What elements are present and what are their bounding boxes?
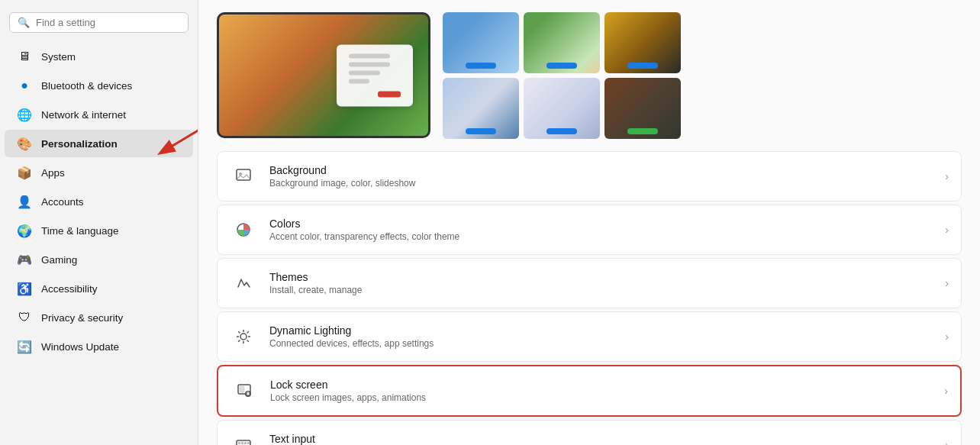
dynamic-lighting-title: Dynamic Lighting: [269, 324, 939, 337]
dynamic-lighting-desc: Connected devices, effects, app settings: [269, 338, 939, 349]
sidebar-item-system[interactable]: 🖥 System: [5, 43, 193, 70]
svg-rect-21: [244, 442, 247, 444]
theme-thumb-4[interactable]: [443, 78, 519, 139]
update-icon: 🔄: [17, 339, 32, 354]
theme-color-bar-2: [546, 63, 577, 69]
search-box[interactable]: 🔍: [9, 12, 189, 33]
time-icon: 🌍: [17, 223, 32, 238]
themes-icon: [230, 269, 257, 297]
svg-line-0: [161, 130, 198, 153]
theme-preview-main[interactable]: [217, 12, 430, 138]
themes-chevron: ›: [945, 277, 949, 289]
system-icon: 🖥: [17, 49, 32, 64]
theme-thumb-1[interactable]: [443, 12, 519, 73]
sidebar-label-accounts: Accounts: [41, 196, 84, 208]
sidebar-item-gaming[interactable]: 🎮 Gaming: [5, 246, 193, 273]
preview-line-2: [349, 62, 390, 66]
background-title: Background: [269, 164, 939, 176]
sidebar-item-network[interactable]: 🌐 Network & internet: [5, 101, 193, 128]
theme-grid: [443, 12, 681, 139]
background-chevron: ›: [945, 170, 949, 182]
sidebar-label-gaming: Gaming: [41, 254, 77, 266]
preview-button: [378, 91, 401, 97]
svg-rect-19: [238, 442, 240, 444]
sidebar-label-time: Time & language: [41, 225, 119, 237]
theme-thumb-3[interactable]: [604, 12, 681, 73]
sidebar-item-apps[interactable]: 📦 Apps: [5, 159, 193, 186]
text-input-text: Text input Touch keyboard, voice typing,…: [269, 433, 939, 445]
svg-line-12: [238, 340, 240, 342]
sidebar-label-bluetooth: Bluetooth & devices: [41, 80, 132, 92]
theme-color-bar-4: [466, 128, 496, 134]
theme-color-bar-3: [627, 63, 658, 69]
sidebar-item-update[interactable]: 🔄 Windows Update: [5, 333, 193, 360]
gaming-icon: 🎮: [17, 252, 32, 267]
network-icon: 🌐: [17, 107, 32, 122]
themes-text: Themes Install, create, manage: [269, 271, 939, 295]
sidebar-item-personalization[interactable]: 🎨 Personalization: [5, 130, 193, 157]
settings-item-lock-screen[interactable]: Lock screen Lock screen images, apps, an…: [217, 365, 962, 417]
search-icon: 🔍: [18, 17, 30, 28]
theme-thumb-5[interactable]: [524, 78, 600, 139]
main-content: Background Background image, color, slid…: [198, 0, 980, 445]
dynamic-lighting-icon: [230, 323, 257, 350]
sidebar-label-accessibility: Accessibility: [41, 283, 98, 295]
settings-item-themes[interactable]: Themes Install, create, manage ›: [217, 258, 962, 308]
text-input-icon: [230, 431, 257, 445]
svg-rect-14: [240, 386, 244, 392]
svg-rect-17: [247, 393, 250, 395]
privacy-icon: 🛡: [17, 310, 32, 325]
preview-lines: [349, 53, 401, 83]
svg-point-4: [240, 334, 247, 340]
preview-dialog-overlay: [337, 44, 413, 106]
sidebar-item-privacy[interactable]: 🛡 Privacy & security: [5, 304, 193, 331]
themes-title: Themes: [269, 271, 939, 283]
background-desc: Background image, color, slideshow: [269, 178, 939, 189]
sidebar-label-network: Network & internet: [41, 109, 126, 121]
colors-icon: [230, 216, 257, 243]
preview-line-4: [349, 79, 369, 83]
search-input[interactable]: [36, 17, 180, 28]
sidebar-item-time[interactable]: 🌍 Time & language: [5, 217, 193, 244]
dynamic-lighting-chevron: ›: [945, 331, 949, 343]
svg-line-11: [247, 331, 249, 333]
colors-desc: Accent color, transparency effects, colo…: [269, 231, 939, 242]
lock-screen-desc: Lock screen images, apps, animations: [270, 392, 938, 403]
preview-line-1: [349, 53, 390, 58]
sidebar-item-accounts[interactable]: 👤 Accounts: [5, 188, 193, 215]
sidebar-label-update: Windows Update: [41, 341, 119, 353]
sidebar: 🔍 🖥 System ● Bluetooth & devices 🌐 Netwo…: [0, 0, 198, 445]
settings-item-dynamic-lighting[interactable]: Dynamic Lighting Connected devices, effe…: [217, 311, 962, 362]
colors-title: Colors: [269, 218, 939, 230]
theme-thumb-2[interactable]: [524, 12, 600, 73]
settings-item-background[interactable]: Background Background image, color, slid…: [217, 151, 962, 202]
lock-screen-icon: [230, 377, 258, 405]
theme-thumb-6[interactable]: [604, 78, 681, 139]
colors-chevron: ›: [945, 224, 949, 236]
accessibility-icon: ♿: [17, 281, 32, 296]
sidebar-label-privacy: Privacy & security: [41, 312, 123, 324]
apps-icon: 📦: [17, 165, 32, 180]
sidebar-label-apps: Apps: [41, 167, 65, 179]
theme-color-bar-1: [466, 63, 496, 69]
sidebar-label-system: System: [41, 51, 76, 63]
lock-screen-chevron: ›: [944, 385, 948, 397]
settings-list: Background Background image, color, slid…: [198, 151, 980, 445]
settings-item-text-input[interactable]: Text input Touch keyboard, voice typing,…: [217, 420, 962, 445]
themes-desc: Install, create, manage: [269, 285, 939, 295]
theme-color-bar-5: [546, 128, 577, 134]
accounts-icon: 👤: [17, 194, 32, 209]
settings-item-colors[interactable]: Colors Accent color, transparency effect…: [217, 205, 962, 255]
lock-screen-title: Lock screen: [270, 379, 938, 391]
background-icon: [230, 163, 257, 190]
personalization-icon: 🎨: [17, 136, 32, 151]
svg-line-9: [238, 331, 240, 333]
svg-rect-1: [237, 169, 250, 180]
background-text: Background Background image, color, slid…: [269, 164, 939, 189]
lock-screen-text: Lock screen Lock screen images, apps, an…: [270, 379, 938, 403]
svg-rect-20: [241, 442, 243, 444]
theme-preview-section: [198, 0, 980, 151]
sidebar-item-bluetooth[interactable]: ● Bluetooth & devices: [5, 72, 193, 99]
sidebar-item-accessibility[interactable]: ♿ Accessibility: [5, 275, 193, 302]
preview-line-3: [349, 70, 380, 75]
